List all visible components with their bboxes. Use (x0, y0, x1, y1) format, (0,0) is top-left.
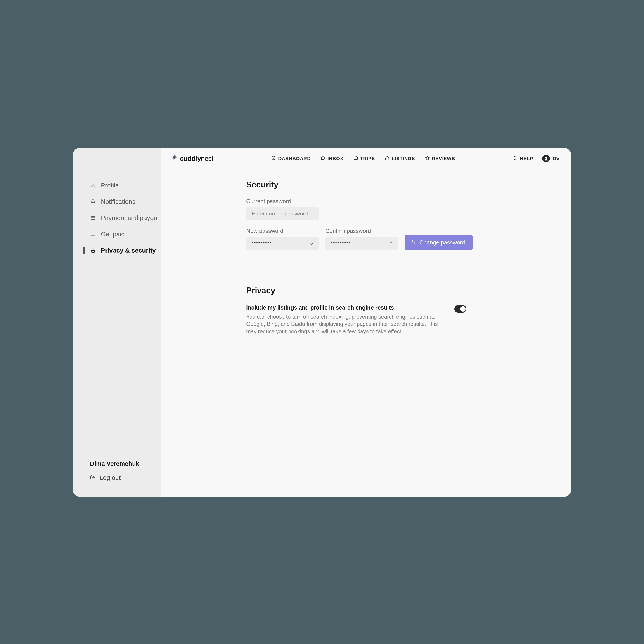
star-icon (425, 156, 430, 161)
brand-name: cuddlynest (180, 155, 213, 162)
info-circle-icon (271, 156, 276, 161)
logout-label: Log out (99, 474, 121, 481)
top-nav: DASHBOARD INBOX TRIPS (271, 156, 455, 161)
app-window: Profile Notifications Payment and payout… (73, 148, 571, 497)
current-password-field: Current password (246, 198, 537, 228)
nav-inbox[interactable]: INBOX (321, 156, 343, 161)
sidebar-item-label: Get paid (101, 231, 125, 238)
help-icon (513, 156, 518, 161)
check-icon (310, 241, 314, 246)
svg-rect-1 (91, 217, 95, 220)
sidebar-item-label: Notifications (101, 198, 135, 205)
new-password-row: New password ********* Confirm password … (246, 228, 537, 250)
home-icon (385, 156, 389, 161)
logout-icon (90, 474, 95, 481)
toggle-knob (460, 306, 466, 312)
privacy-subtitle: Include my listings and profile in searc… (246, 304, 441, 311)
confirm-password-value: ********* (331, 241, 351, 246)
svg-rect-9 (354, 157, 357, 159)
change-password-button[interactable]: Change password (405, 235, 473, 250)
sidebar-item-label: Payment and payout (101, 214, 159, 222)
sidebar-item-label: Profile (101, 182, 119, 189)
new-password-value: ********* (252, 241, 272, 246)
help-button[interactable]: HELP (513, 156, 533, 161)
change-password-label: Change password (419, 239, 465, 246)
svg-point-13 (545, 157, 547, 159)
avatar-icon (542, 155, 550, 162)
svg-rect-16 (412, 242, 415, 244)
current-password-label: Current password (246, 198, 537, 205)
svg-marker-10 (425, 156, 429, 160)
current-password-input[interactable] (252, 207, 313, 220)
sidebar-item-get-paid[interactable]: Get paid (73, 226, 161, 242)
svg-point-0 (92, 184, 94, 185)
logout-button[interactable]: Log out (73, 470, 161, 485)
wallet-icon (90, 231, 96, 237)
confirm-password-input[interactable]: ********* (325, 237, 398, 250)
confirm-password-label: Confirm password (325, 228, 398, 234)
chat-icon (321, 156, 325, 161)
sidebar: Profile Notifications Payment and payout… (73, 148, 161, 497)
sidebar-nav: Profile Notifications Payment and payout… (73, 177, 161, 259)
privacy-row: Include my listings and profile in searc… (246, 304, 537, 335)
sidebar-item-profile[interactable]: Profile (73, 177, 161, 194)
topbar-right: HELP DV (513, 155, 560, 162)
nav-reviews[interactable]: REVIEWS (425, 156, 455, 161)
current-password-input-wrap (246, 207, 319, 220)
search-indexing-toggle[interactable] (454, 305, 466, 313)
avatar-initials: DV (553, 156, 560, 161)
profile-menu[interactable]: DV (542, 155, 560, 162)
user-icon (90, 182, 96, 188)
sidebar-item-notifications[interactable]: Notifications (73, 194, 161, 210)
credit-card-icon (90, 215, 96, 221)
sidebar-item-payment[interactable]: Payment and payout (73, 210, 161, 226)
sidebar-item-label: Privacy & security (101, 247, 156, 254)
new-password-label: New password (246, 228, 319, 234)
privacy-description: You can choose to turn off search indexi… (246, 313, 441, 335)
close-icon[interactable] (389, 241, 393, 246)
nav-trips[interactable]: TRIPS (353, 156, 375, 161)
new-password-input[interactable]: ********* (246, 237, 319, 250)
content: Security Current password New password *… (161, 169, 546, 335)
svg-rect-4 (92, 250, 95, 252)
privacy-title: Privacy (246, 286, 537, 295)
bell-icon (90, 199, 96, 205)
brand-logo[interactable]: cuddlynest (170, 154, 213, 163)
hummingbird-icon (170, 154, 178, 163)
nav-listings[interactable]: LISTINGS (385, 156, 415, 161)
nav-dashboard[interactable]: DASHBOARD (271, 156, 311, 161)
main: cuddlynest DASHBOARD INBOX (161, 148, 571, 497)
topbar: cuddlynest DASHBOARD INBOX (161, 148, 571, 169)
lock-icon (411, 239, 416, 246)
lock-icon (90, 248, 96, 253)
sidebar-item-security[interactable]: Privacy & security (73, 242, 161, 259)
security-title: Security (246, 180, 537, 189)
sidebar-user-name: Dima Veremchuk (73, 460, 161, 470)
briefcase-icon (353, 156, 358, 161)
